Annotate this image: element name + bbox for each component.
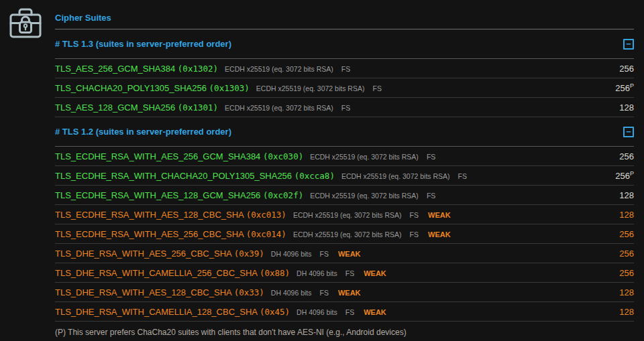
cipher-suite-row: TLS_DHE_RSA_WITH_AES_256_CBC_SHA (0x39)D… [55, 244, 634, 263]
cipher-suite-name: TLS_ECDHE_RSA_WITH_AES_128_GCM_SHA256 (0… [55, 190, 303, 200]
strength-value: 128 [619, 190, 634, 200]
cipher-hex-code: (0xc013) [246, 210, 286, 220]
cipher-hex-code: (0x1301) [178, 103, 218, 113]
strength-value: 256 [619, 229, 634, 239]
strength-value: 256 [619, 151, 634, 161]
weak-badge: WEAK [338, 250, 361, 258]
suite-name-text: TLS_ECDHE_RSA_WITH_AES_256_GCM_SHA384 [55, 151, 260, 161]
suite-name-text: TLS_DHE_RSA_WITH_CAMELLIA_128_CBC_SHA [55, 307, 257, 317]
cipher-suite-row: TLS_ECDHE_RSA_WITH_AES_128_CBC_SHA (0xc0… [55, 205, 634, 224]
suite-name-text: TLS_AES_256_GCM_SHA384 [55, 64, 175, 74]
cipher-suite-name: TLS_ECDHE_RSA_WITH_CHACHA20_POLY1305_SHA… [55, 171, 335, 181]
suite-name-text: TLS_ECDHE_RSA_WITH_AES_128_CBC_SHA [55, 210, 244, 220]
key-exchange-info: DH 4096 bits [297, 308, 337, 316]
strength-value: 128 [619, 103, 634, 113]
suite-name-text: TLS_DHE_RSA_WITH_AES_128_CBC_SHA [55, 287, 231, 297]
chacha20-preference-marker: P [630, 170, 634, 177]
suite-name-text: TLS_ECDHE_RSA_WITH_AES_128_GCM_SHA256 [55, 190, 260, 200]
forward-secrecy-flag: FS [427, 153, 435, 161]
key-exchange-info: ECDH x25519 (eq. 3072 bits RSA) [293, 230, 402, 238]
forward-secrecy-flag: FS [410, 211, 419, 219]
cipher-suite-name: TLS_DHE_RSA_WITH_CAMELLIA_128_CBC_SHA (0… [55, 307, 290, 317]
cipher-suite-row: TLS_ECDHE_RSA_WITH_CHACHA20_POLY1305_SHA… [55, 166, 634, 186]
key-exchange-info: ECDH x25519 (eq. 3072 bits RSA) [341, 172, 450, 180]
cipher-suite-row: TLS_CHACHA20_POLY1305_SHA256 (0x1303)ECD… [55, 78, 634, 98]
forward-secrecy-flag: FS [345, 308, 354, 316]
suite-name-text: TLS_CHACHA20_POLY1305_SHA256 [55, 83, 207, 93]
cipher-hex-code: (0x33) [234, 287, 264, 297]
cipher-hex-code: (0x1302) [178, 64, 218, 74]
forward-secrecy-flag: FS [320, 289, 329, 297]
forward-secrecy-flag: FS [345, 269, 354, 277]
key-exchange-info: DH 4096 bits [297, 269, 337, 277]
cipher-section: # TLS 1.3 (suites in server-preferred or… [55, 29, 634, 117]
chacha20-preference-footnote: (P) This server prefers ChaCha20 suites … [55, 328, 634, 337]
weak-badge: WEAK [338, 289, 361, 297]
strength-value: 256P [615, 170, 634, 181]
key-exchange-info: ECDH x25519 (eq. 3072 bits RSA) [310, 192, 419, 200]
suite-name-text: TLS_DHE_RSA_WITH_CAMELLIA_256_CBC_SHA [55, 268, 257, 278]
cipher-suite-name: TLS_AES_128_GCM_SHA256 (0x1301) [55, 103, 218, 113]
strength-value: 128 [619, 287, 634, 297]
suite-name-text: TLS_AES_128_GCM_SHA256 [55, 103, 175, 113]
briefcase-lock-icon [8, 6, 43, 41]
key-exchange-info: ECDH x25519 (eq. 3072 bits RSA) [293, 211, 402, 219]
report-content: Cipher Suites # TLS 1.3 (suites in serve… [55, 0, 634, 337]
forward-secrecy-flag: FS [410, 230, 419, 238]
cipher-hex-code: (0x1303) [209, 83, 250, 93]
weak-badge: WEAK [364, 308, 386, 316]
key-exchange-info: ECDH x25519 (eq. 3072 bits RSA) [256, 84, 365, 92]
cipher-hex-code: (0xcca8) [294, 171, 335, 181]
cipher-section: # TLS 1.2 (suites in server-preferred or… [55, 117, 634, 322]
cipher-suite-name: TLS_ECDHE_RSA_WITH_AES_256_CBC_SHA (0xc0… [55, 229, 286, 239]
cipher-hex-code: (0x39) [234, 249, 264, 259]
cipher-suite-row: TLS_DHE_RSA_WITH_CAMELLIA_128_CBC_SHA (0… [55, 302, 634, 322]
key-exchange-info: ECDH x25519 (eq. 3072 bits RSA) [225, 104, 333, 112]
strength-value: 256P [615, 82, 634, 93]
page-title: Cipher Suites [55, 0, 634, 23]
section-header: # TLS 1.2 (suites in server-preferred or… [55, 117, 634, 146]
forward-secrecy-flag: FS [372, 84, 381, 92]
cipher-suite-row: TLS_ECDHE_RSA_WITH_AES_256_CBC_SHA (0xc0… [55, 224, 634, 244]
cipher-suite-row: TLS_AES_128_GCM_SHA256 (0x1301)ECDH x255… [55, 98, 634, 117]
cipher-suite-name: TLS_AES_256_GCM_SHA384 (0x1302) [55, 64, 218, 74]
cipher-hex-code: (0xc02f) [263, 190, 303, 200]
cipher-suite-name: TLS_CHACHA20_POLY1305_SHA256 (0x1303) [55, 83, 250, 93]
strength-value: 256 [619, 249, 634, 259]
cipher-hex-code: (0x88) [260, 268, 290, 278]
key-exchange-info: DH 4096 bits [271, 289, 312, 297]
forward-secrecy-flag: FS [427, 192, 435, 200]
cipher-suite-name: TLS_DHE_RSA_WITH_AES_256_CBC_SHA (0x39) [55, 249, 264, 259]
chacha20-preference-marker: P [630, 82, 634, 89]
strength-value: 128 [619, 210, 634, 220]
suite-name-text: TLS_ECDHE_RSA_WITH_CHACHA20_POLY1305_SHA… [55, 171, 292, 181]
cipher-suite-row: TLS_DHE_RSA_WITH_AES_128_CBC_SHA (0x33)D… [55, 283, 634, 302]
strength-value: 128 [619, 307, 634, 317]
strength-value: 256 [619, 64, 634, 74]
key-exchange-info: ECDH x25519 (eq. 3072 bits RSA) [225, 65, 333, 73]
cipher-suites-panel: Cipher Suites # TLS 1.3 (suites in serve… [0, 0, 644, 341]
cipher-suite-name: TLS_ECDHE_RSA_WITH_AES_128_CBC_SHA (0xc0… [55, 210, 286, 220]
forward-secrecy-flag: FS [341, 65, 350, 73]
collapse-section-button[interactable]: − [623, 39, 634, 50]
cipher-hex-code: (0xc014) [246, 229, 286, 239]
cipher-hex-code: (0x45) [260, 307, 290, 317]
strength-value: 256 [619, 268, 634, 278]
forward-secrecy-flag: FS [320, 250, 329, 258]
cipher-suite-row: TLS_AES_256_GCM_SHA384 (0x1302)ECDH x255… [55, 59, 634, 78]
collapse-section-button[interactable]: − [623, 127, 634, 137]
cipher-suite-name: TLS_DHE_RSA_WITH_AES_128_CBC_SHA (0x33) [55, 287, 264, 297]
forward-secrecy-flag: FS [341, 104, 350, 112]
section-title: # TLS 1.2 (suites in server-preferred or… [55, 127, 231, 137]
section-title: # TLS 1.3 (suites in server-preferred or… [55, 39, 231, 49]
cipher-suite-name: TLS_ECDHE_RSA_WITH_AES_256_GCM_SHA384 (0… [55, 151, 303, 161]
cipher-hex-code: (0xc030) [263, 151, 303, 161]
suite-name-text: TLS_DHE_RSA_WITH_AES_256_CBC_SHA [55, 249, 231, 259]
weak-badge: WEAK [428, 211, 451, 219]
cipher-suite-row: TLS_ECDHE_RSA_WITH_AES_256_GCM_SHA384 (0… [55, 147, 634, 166]
key-exchange-info: ECDH x25519 (eq. 3072 bits RSA) [310, 153, 419, 161]
sections-container: # TLS 1.3 (suites in server-preferred or… [55, 29, 634, 322]
suite-name-text: TLS_ECDHE_RSA_WITH_AES_256_CBC_SHA [55, 229, 244, 239]
forward-secrecy-flag: FS [458, 172, 467, 180]
key-exchange-info: DH 4096 bits [271, 250, 312, 258]
